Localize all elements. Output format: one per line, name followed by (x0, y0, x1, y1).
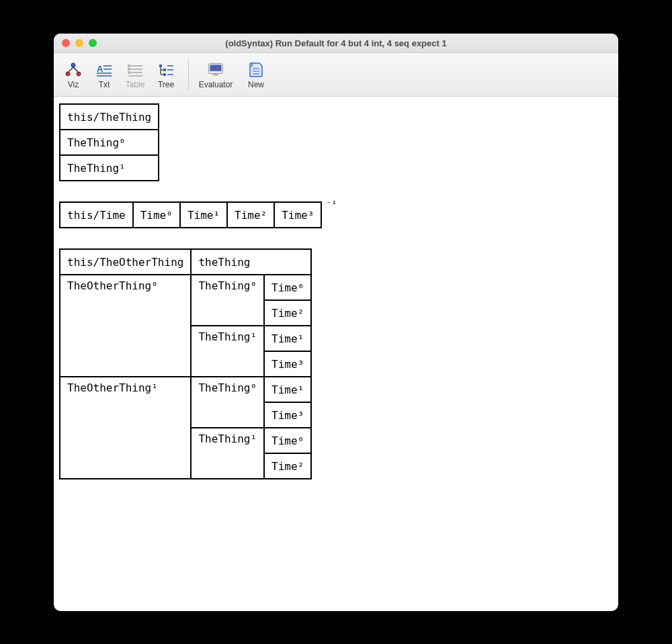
svg-rect-16 (128, 71, 130, 74)
svg-rect-18 (163, 68, 166, 71)
window: (oldSyntax) Run Default for 4 but 4 int,… (54, 34, 618, 611)
svg-point-28 (212, 66, 214, 68)
svg-rect-17 (159, 64, 162, 67)
cell: Time⁰ (264, 428, 311, 453)
cell: TheThing⁰ (191, 377, 264, 428)
cell: TheThing⁰ (191, 275, 264, 326)
svg-rect-14 (128, 64, 130, 67)
txt-button[interactable]: A Txt (89, 56, 120, 93)
txt-icon: A (95, 61, 114, 79)
cell: Time³ (264, 351, 311, 377)
cell-header: this/Time (60, 202, 133, 228)
table-row: this/TheThing (60, 104, 159, 130)
viz-button[interactable]: Viz (58, 56, 89, 93)
cell: Time⁰ (133, 202, 180, 228)
svg-line-4 (73, 67, 78, 72)
tree-label: Tree (158, 81, 174, 89)
svg-point-1 (66, 72, 70, 76)
cell: TheThing¹ (191, 428, 264, 479)
cell: Time³ (264, 402, 311, 428)
cell-header: this/TheOtherThing (60, 249, 191, 275)
table-row: this/Time Time⁰ Time¹ Time² Time³ (60, 202, 321, 228)
svg-point-2 (77, 72, 81, 76)
table-row: TheOtherThing⁰ TheThing⁰ Time⁰ (60, 275, 311, 300)
cell: Time² (227, 202, 274, 228)
window-title: (oldSyntax) Run Default for 4 but 4 int,… (54, 38, 618, 48)
table-icon (126, 61, 144, 79)
cell: TheThing¹ (60, 155, 159, 181)
evaluator-button[interactable]: Evaluator (196, 56, 236, 93)
new-label: New (248, 81, 264, 89)
table-button[interactable]: Table (120, 56, 151, 93)
table-row: TheOtherThing¹ TheThing⁰ Time¹ (60, 377, 311, 402)
svg-rect-19 (163, 73, 166, 76)
svg-point-0 (71, 63, 75, 67)
traffic-lights (54, 39, 97, 47)
cell-header: this/TheThing (60, 104, 159, 130)
close-icon[interactable] (62, 39, 70, 47)
content-area: this/TheThing TheThing⁰ TheThing¹ this/T… (54, 97, 618, 506)
new-icon (247, 61, 265, 79)
cell: TheOtherThing⁰ (60, 275, 191, 377)
svg-rect-15 (128, 68, 130, 71)
cell: Time⁰ (264, 275, 311, 300)
tree-icon (157, 61, 175, 79)
cell: Time¹ (264, 326, 311, 351)
toolbar: Viz A Txt (54, 53, 618, 97)
cell: Time³ (274, 202, 321, 228)
titlebar: (oldSyntax) Run Default for 4 but 4 int,… (54, 34, 618, 53)
txt-label: Txt (99, 81, 110, 89)
svg-point-30 (218, 66, 220, 68)
minimize-icon[interactable] (75, 39, 83, 47)
table-time: this/Time Time⁰ Time¹ Time² Time³ (59, 201, 322, 228)
cell-header: theThing (191, 249, 311, 275)
table-row: TheThing¹ (60, 155, 159, 181)
viz-label: Viz (68, 81, 79, 89)
cell: TheThing¹ (191, 326, 264, 377)
table-row: TheThing⁰ (60, 130, 159, 155)
table-row: this/TheOtherThing theThing (60, 249, 311, 275)
toolbar-separator (188, 59, 189, 90)
cell: Time¹ (264, 377, 311, 402)
time-annotation: ⁻¹ (326, 199, 337, 209)
cell: TheThing⁰ (60, 130, 159, 155)
cell: Time² (264, 453, 311, 479)
cell: Time¹ (180, 202, 227, 228)
cell: TheOtherThing¹ (60, 377, 191, 479)
table-thething: this/TheThing TheThing⁰ TheThing¹ (59, 103, 159, 181)
cell: Time² (264, 300, 311, 326)
new-button[interactable]: New (236, 56, 276, 93)
svg-rect-31 (213, 73, 218, 75)
maximize-icon[interactable] (89, 39, 97, 47)
svg-text:A: A (97, 64, 103, 74)
table-label: Table (126, 81, 145, 89)
svg-line-3 (69, 67, 73, 72)
evaluator-icon (206, 61, 225, 79)
tree-button[interactable]: Tree (151, 56, 181, 93)
evaluator-label: Evaluator (199, 81, 233, 89)
viz-icon (64, 61, 83, 79)
svg-point-29 (215, 66, 217, 68)
table-theotherthing: this/TheOtherThing theThing TheOtherThin… (59, 248, 312, 479)
